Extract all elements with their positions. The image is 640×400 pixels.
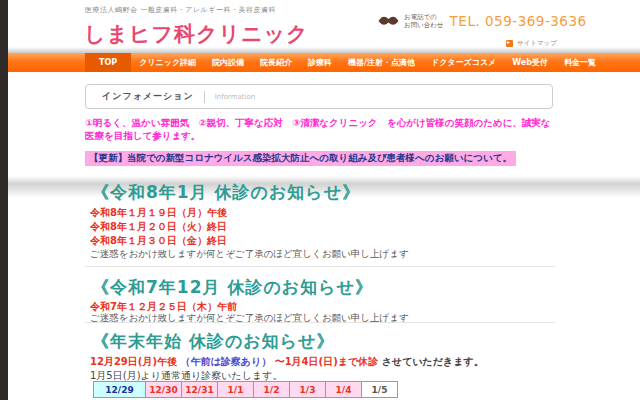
divider-1 [85,266,555,267]
section1-date-1: 令和8年１月１９日（月）午後 [90,206,227,220]
page: 医療法人嶋野会 一般皮膚科・アレルギー科・美容皮膚科 しまヒフ科クリニック お電… [0,0,640,400]
nav-item-top[interactable]: TOP [85,53,131,72]
calendar-row: 12/29 12/30 12/31 1/1 1/2 1/3 1/4 1/5 [94,382,398,398]
information-box: インフォメーション Information [85,84,553,109]
nav-item-equipment[interactable]: 機器/注射・点滴他 [340,53,423,72]
clinic-logo[interactable]: しまヒフ科クリニック [84,20,308,48]
nav-item-departments[interactable]: 診療科 [300,53,340,72]
section1-date-3: 令和8年１月３０日（金）終日 [90,234,227,248]
morning-open-note: （午前は診察あり） [180,356,271,367]
closure-tail-text: させていただきます。 [382,356,484,367]
nav-item-doctors-cosme[interactable]: ドクターズコスメ [423,53,504,72]
phone-label-line2: お問い合わせ [404,21,444,29]
information-separator [204,91,205,103]
section1-date-2: 令和8年１月２０日（火）終日 [90,220,227,234]
clinic-motto-text: ①明るく、温かい雰囲気 ②親切、丁寧な応対 ③清潔なクリニック を心がけ皆様の笑… [85,116,557,142]
phone-icon [377,13,400,29]
calendar-cell-1-5: 1/5 [362,382,398,398]
phone-number[interactable]: TEL. 059-369-3636 [450,13,587,29]
corporation-line: 医療法人嶋野会 一般皮膚科・アレルギー科・美容皮膚科 [85,5,276,15]
section2-note: ご迷惑をおかけ致しますが何とぞご了承のほど宜しくお願い申し上げます [90,312,409,325]
calendar-cell-12-30: 12/30 [146,382,182,398]
nav-list: TOP クリニック詳細 院内設備 院長紹介 診療科 機器/注射・点滴他 ドクター… [85,53,571,72]
section2-title: 《令和7年12月 休診のお知らせ》 [92,276,373,299]
information-title: インフォメーション [102,90,194,103]
information-subtitle: Information [215,93,256,101]
phone-contact[interactable]: お電話での お問い合わせ TEL. 059-369-3636 [377,10,587,32]
yearend-closure-line: 12月29日(月)午後 （午前は診察あり） 〜1月4日(日)まで休診 させていた… [90,355,484,369]
phone-label: お電話での お問い合わせ [404,13,444,29]
closure-end-text: 〜1月4日(日)まで休診 [275,356,379,367]
section3-title: 《年末年始 休診のお知らせ》 [92,330,335,353]
left-dark-edge [0,0,8,400]
main-navigation: TOP クリニック詳細 院内設備 院長紹介 診療科 機器/注射・点滴他 ドクター… [8,53,640,72]
nav-item-price-list[interactable]: 料金一覧 [556,53,604,72]
divider-2 [85,322,555,323]
section1-title: 《令和8年1月 休診のお知らせ》 [92,181,360,204]
calendar-cell-1-1: 1/1 [218,382,254,398]
nav-item-clinic-detail[interactable]: クリニック詳細 [131,53,204,72]
closure-start-text: 12月29日(月)午後 [90,356,177,367]
section1-note: ご迷惑をおかけ致しますが何とぞご了承のほど宜しくお願い申し上げます [90,248,409,261]
nav-item-director[interactable]: 院長紹介 [252,53,300,72]
calendar-cell-1-3: 1/3 [290,382,326,398]
calendar-cell-1-2: 1/2 [254,382,290,398]
covid-update-link[interactable]: 【更新】当院での新型コロナウイルス感染拡大防止への取り組み及び患者様へのお願いに… [85,151,516,166]
calendar-cell-12-31: 12/31 [182,382,218,398]
nav-item-facility[interactable]: 院内設備 [204,53,252,72]
calendar-cell-12-29: 12/29 [94,382,146,398]
yearend-calendar: 12/29 12/30 12/31 1/1 1/2 1/3 1/4 1/5 [93,381,398,398]
calendar-cell-1-4: 1/4 [326,382,362,398]
sitemap-arrow-icon [506,40,513,47]
phone-label-line1: お電話での [404,13,444,21]
nav-item-web-reception[interactable]: Web受付 [504,53,556,72]
